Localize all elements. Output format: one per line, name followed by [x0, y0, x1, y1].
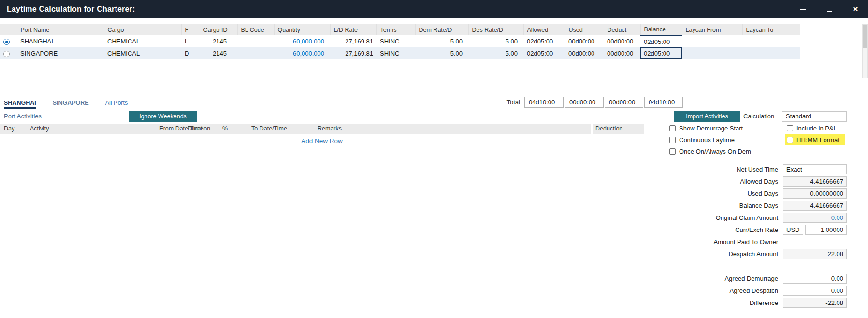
radio-cell	[0, 35, 17, 47]
exchange-rate-field[interactable]: 1.00000	[805, 225, 847, 235]
dem-rate-cell: 5.00	[415, 35, 468, 47]
summary-panel: Net Used Time Exact Allowed Days 4.41666…	[595, 164, 847, 310]
port-tabs-strip: SHANGHAI SINGAPORE All Ports Total 04d10…	[0, 96, 868, 109]
deduct-cell: 00d00:00	[604, 47, 640, 59]
continuous-laytime-checkbox[interactable]	[669, 137, 676, 143]
tab-shanghai[interactable]: SHANGHAI	[4, 100, 36, 109]
port-activities-bar: Port Activities Ignore Weekends Import A…	[0, 110, 868, 123]
difference-row: Difference -22.08	[595, 298, 847, 308]
ignore-weekends-button[interactable]: Ignore Weekends	[129, 111, 197, 122]
column-header-used[interactable]: Used	[565, 24, 604, 35]
agreed-demurrage-field[interactable]: 0.00	[783, 274, 847, 284]
total-balance: 04d10:00	[644, 97, 683, 108]
activities-column-duration: Duration	[188, 125, 210, 132]
column-header-bl-code[interactable]: BL Code	[237, 24, 274, 35]
port-activities-label: Port Activities	[4, 113, 42, 120]
cargo-id-cell: 2145	[200, 35, 237, 47]
minimize-icon[interactable]	[799, 5, 807, 13]
allowed-days-value: 4.41666667	[783, 176, 847, 187]
activities-column-deduction: Deduction	[595, 125, 622, 132]
amount-paid-to-owner-field[interactable]	[783, 237, 847, 247]
show-demurrage-start-option: Show Demurrage Start	[669, 124, 751, 132]
column-header-quantity[interactable]: Quantity	[274, 24, 330, 35]
tab-all-ports[interactable]: All Ports	[105, 100, 128, 109]
calculation-label: Calculation	[743, 113, 774, 120]
once-on-always-on-dem-label: Once On/Always On Dem	[679, 148, 751, 155]
agreed-demurrage-label: Agreed Demurrage	[595, 275, 783, 282]
quantity-link[interactable]: 60,000.000	[274, 35, 330, 47]
despatch-amount-value: 22.08	[783, 249, 847, 259]
column-header-dem-rate[interactable]: Dem Rate/D	[415, 24, 468, 35]
agreed-demurrage-row: Agreed Demurrage 0.00	[595, 274, 847, 284]
column-header-laycan-from[interactable]: Laycan From	[682, 24, 742, 35]
activities-table-header: Day Activity From Date/Time Duration % T…	[0, 124, 591, 134]
tab-singapore[interactable]: SINGAPORE	[53, 100, 89, 109]
port-tabs: SHANGHAI SINGAPORE All Ports	[0, 96, 868, 109]
net-used-time-row: Net Used Time Exact	[595, 164, 847, 174]
allowed-days-label: Allowed Days	[595, 178, 783, 185]
total-deduct: 00d00:00	[605, 97, 643, 108]
used-days-row: Used Days 0.00000000	[595, 188, 847, 199]
port-row-shanghai: SHANGHAI CHEMICAL L 2145 60,000.000 27,1…	[0, 35, 800, 47]
once-on-always-on-dem-checkbox[interactable]	[669, 148, 676, 155]
balance-days-value: 4.41666667	[783, 201, 847, 211]
vertical-scrollbar[interactable]	[862, 24, 868, 78]
add-new-row-link[interactable]: Add New Row	[0, 137, 644, 145]
hhmm-format-option-highlighted: HH:MM Format	[785, 134, 845, 145]
laycan-to-cell	[742, 35, 800, 47]
difference-value: -22.08	[783, 298, 847, 308]
continuous-laytime-label: Continuous Laytime	[679, 136, 735, 144]
f-cell: L	[181, 35, 200, 47]
close-icon[interactable]: ✕	[852, 5, 859, 13]
agreed-despatch-field[interactable]: 0.00	[783, 286, 847, 296]
port-radio-unselected[interactable]	[3, 51, 10, 57]
used-cell: 00d00:00	[565, 47, 604, 59]
net-used-time-select[interactable]: Exact	[783, 164, 847, 174]
activities-column-activity: Activity	[30, 125, 49, 132]
terms-cell: SHINC	[376, 35, 415, 47]
include-in-pnl-checkbox[interactable]	[787, 125, 793, 131]
des-rate-cell: 5.00	[468, 47, 523, 59]
hhmm-format-checkbox[interactable]	[787, 137, 793, 143]
column-header-allowed[interactable]: Allowed	[523, 24, 565, 35]
column-header-f[interactable]: F	[181, 24, 200, 35]
despatch-amount-label: Despatch Amount	[595, 250, 783, 258]
laytime-options-column-1: Show Demurrage Start Continuous Laytime …	[669, 124, 751, 159]
scrollbar-thumb[interactable]	[863, 25, 867, 48]
show-demurrage-start-checkbox[interactable]	[669, 125, 676, 131]
once-on-always-on-dem-option: Once On/Always On Dem	[669, 147, 751, 155]
column-header-balance[interactable]: Balance	[640, 24, 682, 35]
used-days-label: Used Days	[595, 190, 783, 197]
cargo-id-cell: 2145	[200, 47, 237, 59]
laycan-from-cell	[682, 47, 742, 59]
ld-rate-cell: 27,169.81	[330, 35, 376, 47]
column-header-cargo-id[interactable]: Cargo ID	[200, 24, 237, 35]
port-radio-selected[interactable]	[3, 39, 10, 45]
laycan-to-cell	[742, 47, 800, 59]
currency-field[interactable]: USD	[783, 225, 803, 235]
original-claim-amount-field[interactable]: 0.00	[783, 213, 847, 223]
quantity-link[interactable]: 60,000.000	[274, 47, 330, 59]
total-used: 00d00:00	[565, 97, 604, 108]
column-header-cargo[interactable]: Cargo	[104, 24, 181, 35]
hhmm-format-label: HH:MM Format	[796, 136, 839, 144]
column-header-laycan-to[interactable]: Laycan To	[742, 24, 800, 35]
activities-deduction-header: Deduction	[593, 124, 644, 134]
total-allowed: 04d10:00	[524, 97, 564, 108]
laytime-options-column-2: Include in P&L HH:MM Format	[787, 124, 845, 147]
column-header-des-rate[interactable]: Des Rate/D	[468, 24, 523, 35]
column-header-ld-rate[interactable]: L/D Rate	[330, 24, 376, 35]
continuous-laytime-option: Continuous Laytime	[669, 136, 751, 144]
net-used-time-label: Net Used Time	[595, 166, 783, 173]
balance-cell-focused[interactable]: 02d05:00	[640, 47, 682, 59]
calculation-select[interactable]: Standard	[782, 111, 847, 122]
import-activities-button[interactable]: Import Activities	[674, 111, 740, 122]
maximize-icon[interactable]	[825, 5, 833, 13]
used-cell: 00d00:00	[565, 35, 604, 47]
column-header-deduct[interactable]: Deduct	[604, 24, 640, 35]
ports-table-header-row: Port Name Cargo F Cargo ID BL Code Quant…	[0, 24, 800, 35]
column-header-port-name[interactable]: Port Name	[17, 24, 104, 35]
terms-cell: SHINC	[376, 47, 415, 59]
deduct-cell: 00d00:00	[604, 35, 640, 47]
column-header-terms[interactable]: Terms	[376, 24, 415, 35]
